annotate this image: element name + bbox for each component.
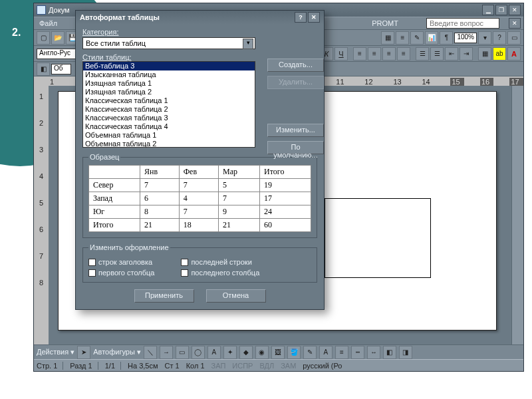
line-style-icon[interactable]: ≡ — [335, 346, 348, 359]
preview-cell: 9 — [218, 205, 259, 219]
highlight-button[interactable]: ab — [493, 47, 506, 61]
preview-cell: 7 — [218, 192, 259, 205]
line-icon[interactable]: ＼ — [144, 346, 157, 359]
select-arrow-icon[interactable]: ➤ — [77, 346, 90, 359]
zoom-dropdown-icon[interactable]: ▾ — [478, 31, 491, 45]
drawing-button[interactable]: ✎ — [410, 31, 424, 45]
vertical-ruler[interactable]: 12345678 — [34, 86, 49, 344]
styles-listbox[interactable]: Веб-таблица 3Изысканная таблицаИзящная т… — [82, 61, 255, 148]
autoshapes-menu[interactable]: Автофигуры ▾ — [93, 348, 141, 356]
style-list-item[interactable]: Веб-таблица 3 — [83, 62, 255, 70]
picture-icon[interactable]: 🖼 — [271, 346, 285, 359]
help-button[interactable]: ? — [493, 31, 506, 45]
style-list-item[interactable]: Классическая таблица 1 — [83, 96, 255, 105]
preview-cell: 7 — [140, 179, 179, 192]
doc-close-button[interactable]: ✕ — [509, 18, 521, 29]
outdent-button[interactable]: ⇤ — [445, 47, 458, 61]
status-zap: ЗАП — [211, 362, 226, 370]
border-button[interactable]: ▦ — [478, 47, 491, 61]
apply-button[interactable]: Применить — [134, 289, 194, 303]
style-list-item[interactable]: Объемная таблица 1 — [83, 131, 255, 140]
close-button[interactable]: ✕ — [509, 5, 521, 15]
preview-cell: Север — [89, 179, 140, 192]
chk-first-col[interactable]: первого столбца — [88, 269, 154, 277]
numbering-button[interactable]: ☰ — [416, 47, 429, 61]
preview-header-cell: Итого — [260, 166, 311, 179]
style-list-item[interactable]: Изысканная таблица — [83, 70, 255, 79]
dash-style-icon[interactable]: ┅ — [351, 346, 364, 359]
indent-button[interactable]: ⇥ — [460, 47, 473, 61]
minimize-button[interactable]: ▁ — [482, 5, 494, 15]
default-style-button[interactable]: По умолчанию... — [267, 141, 324, 154]
zoom-combo[interactable]: 100% — [454, 33, 477, 43]
page-rectangle-shape[interactable] — [325, 198, 431, 278]
wordart-icon[interactable]: ✦ — [223, 346, 237, 359]
status-pages: 1/1 — [105, 362, 121, 370]
style-list-item[interactable]: Классическая таблица 4 — [83, 122, 255, 131]
menu-promt[interactable]: PROMT — [369, 18, 401, 29]
justify-button[interactable]: ≡ — [397, 47, 410, 61]
style-list-item[interactable]: Классическая таблица 3 — [83, 114, 255, 122]
font-color-button[interactable]: A — [507, 47, 521, 61]
diagram-icon[interactable]: ◆ — [239, 346, 253, 359]
chk-last-row-label: последней строки — [191, 258, 251, 266]
font-color2-icon[interactable]: A — [319, 346, 332, 359]
style-list-item[interactable]: Изящная таблица 2 — [83, 88, 255, 96]
preview-cell: 5 — [218, 179, 259, 192]
preview-label: Образец — [88, 153, 120, 161]
chk-last-row[interactable]: последней строки — [181, 258, 259, 266]
chk-last-col-label: последнего столбца — [191, 269, 259, 277]
line-color-icon[interactable]: ✎ — [303, 346, 317, 359]
modify-style-button[interactable]: Изменить... — [267, 124, 324, 137]
align-center-button[interactable]: ≡ — [368, 47, 381, 61]
preview-cell: 21 — [218, 219, 259, 232]
style-list-item[interactable]: Классическая таблица 2 — [83, 105, 255, 114]
style-combo[interactable]: Об — [51, 64, 71, 74]
preview-cell: 60 — [260, 219, 311, 232]
category-combo[interactable]: Все стили таблиц — [82, 37, 255, 49]
preview-cell: Итого — [89, 219, 140, 232]
3d-icon[interactable]: ◨ — [399, 346, 412, 359]
textbox-icon[interactable]: A — [207, 346, 221, 359]
drawing-toolbar: Действия ▾ ➤ Автофигуры ▾ ＼ → ▭ ◯ A ✦ ◆ … — [34, 344, 523, 359]
cancel-button[interactable]: Отмена — [206, 289, 266, 303]
preview-header-cell — [89, 166, 140, 179]
shadow-icon[interactable]: ◧ — [383, 346, 396, 359]
style-list-item[interactable]: Изящная таблица 1 — [83, 79, 255, 88]
help-search-input[interactable] — [426, 18, 499, 29]
chart-button[interactable]: 📊 — [425, 31, 438, 45]
show-para-button[interactable]: ¶ — [440, 31, 453, 45]
style-list-item[interactable]: Объемная таблица 2 — [83, 140, 255, 148]
chk-header-row[interactable]: строк заголовка — [88, 258, 154, 266]
dialog-close-button[interactable]: ✕ — [308, 12, 320, 23]
underline-button[interactable]: Ч — [334, 47, 348, 61]
dialog-help-button[interactable]: ? — [295, 12, 307, 23]
table-button[interactable]: ▦ — [381, 31, 394, 45]
chk-last-col[interactable]: последнего столбца — [181, 269, 259, 277]
align-right-button[interactable]: ≡ — [382, 47, 396, 61]
preview-cell: 24 — [260, 205, 311, 219]
new-style-button[interactable]: Создать... — [267, 59, 324, 72]
app-icon — [37, 5, 46, 15]
bullets-button[interactable]: ☰ — [430, 47, 444, 61]
rect-icon[interactable]: ▭ — [176, 346, 189, 359]
dialog-titlebar[interactable]: Автоформат таблицы ? ✕ — [76, 11, 324, 24]
new-doc-button[interactable]: ▢ — [37, 31, 50, 45]
columns-button[interactable]: ≡ — [396, 31, 409, 45]
preview-header-cell: Мар — [218, 166, 259, 179]
arrow-style-icon[interactable]: ↔ — [367, 346, 380, 359]
actions-menu[interactable]: Действия ▾ — [37, 348, 74, 356]
preview-cell: 6 — [140, 192, 179, 205]
align-left-button[interactable]: ≡ — [353, 47, 366, 61]
restore-button[interactable]: ❐ — [495, 5, 507, 15]
oval-icon[interactable]: ◯ — [192, 346, 205, 359]
menu-file[interactable]: Файл — [37, 18, 60, 29]
open-button[interactable]: 📂 — [51, 31, 65, 45]
arrow-icon[interactable]: → — [160, 346, 173, 359]
design-label: Изменить оформление — [88, 243, 170, 251]
vertical-scrollbar[interactable] — [511, 86, 523, 344]
clipart-icon[interactable]: ◉ — [255, 346, 269, 359]
fill-color-icon[interactable]: 🪣 — [287, 346, 301, 359]
read-button[interactable]: ▭ — [507, 31, 521, 45]
outline-btn[interactable]: ◧ — [37, 63, 50, 76]
